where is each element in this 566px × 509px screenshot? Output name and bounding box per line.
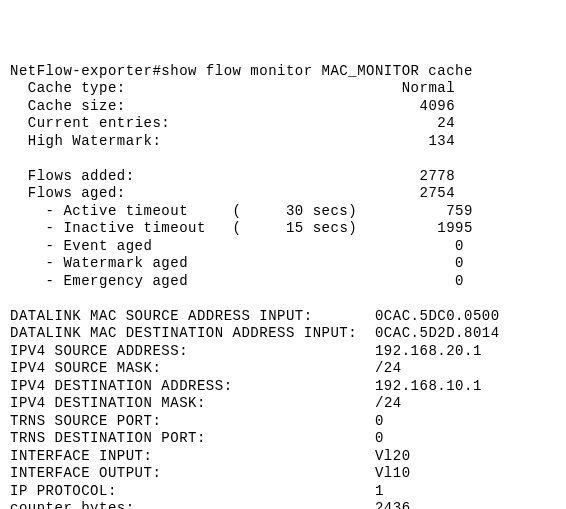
cache-type-row: Cache type: Normal xyxy=(28,80,455,96)
ipv4-src-mask-row: IPV4 SOURCE MASK: /24 xyxy=(10,360,402,376)
event-aged-row: - Event aged 0 xyxy=(46,238,464,254)
ip-protocol-row: IP PROTOCOL: 1 xyxy=(10,483,384,499)
ipv4-src-row: IPV4 SOURCE ADDRESS: 192.168.20.1 xyxy=(10,343,482,359)
mac-dst-row: DATALINK MAC DESTINATION ADDRESS INPUT: … xyxy=(10,325,500,341)
cache-size-row: Cache size: 4096 xyxy=(28,98,455,114)
mac-src-row: DATALINK MAC SOURCE ADDRESS INPUT: 0CAC.… xyxy=(10,308,500,324)
emergency-aged-row: - Emergency aged 0 xyxy=(46,273,464,289)
flows-added-row: Flows added: 2778 xyxy=(28,168,455,184)
trns-dst-row: TRNS DESTINATION PORT: 0 xyxy=(10,430,384,446)
active-timeout-row: - Active timeout ( 30 secs) 759 xyxy=(46,203,473,219)
inactive-timeout-row: - Inactive timeout ( 15 secs) 1995 xyxy=(46,220,473,236)
ipv4-dst-row: IPV4 DESTINATION ADDRESS: 192.168.10.1 xyxy=(10,378,482,394)
command: show flow monitor MAC_MONITOR cache xyxy=(161,63,473,79)
counter-bytes-row: counter bytes: 2436 xyxy=(10,500,411,509)
trns-src-row: TRNS SOURCE PORT: 0 xyxy=(10,413,384,429)
prompt: NetFlow-exporter# xyxy=(10,63,161,79)
current-entries-row: Current entries: 24 xyxy=(28,115,455,131)
interface-input-row: INTERFACE INPUT: Vl20 xyxy=(10,448,411,464)
ipv4-dst-mask-row: IPV4 DESTINATION MASK: /24 xyxy=(10,395,402,411)
interface-output-row: INTERFACE OUTPUT: Vl10 xyxy=(10,465,411,481)
high-watermark-row: High Watermark: 134 xyxy=(28,133,455,149)
terminal-output: NetFlow-exporter#show flow monitor MAC_M… xyxy=(10,63,556,510)
flows-aged-row: Flows aged: 2754 xyxy=(28,185,455,201)
watermark-aged-row: - Watermark aged 0 xyxy=(46,255,464,271)
